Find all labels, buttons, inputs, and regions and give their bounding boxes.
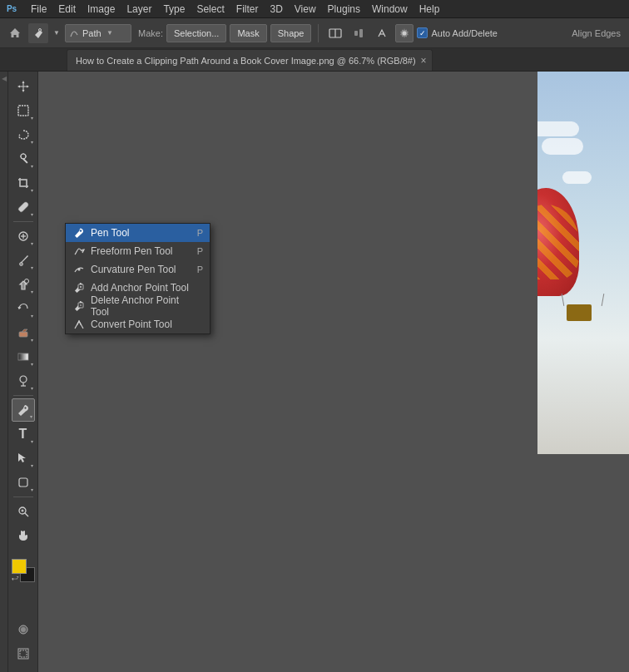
path-transform-icon[interactable] (372, 23, 392, 43)
tool-shape[interactable]: ▾ (12, 471, 35, 494)
tool-path-select[interactable]: ▾ (12, 447, 35, 470)
delete-anchor-icon (72, 299, 86, 313)
tool-quick-mask[interactable] (12, 618, 35, 641)
path-align-left-icon[interactable] (325, 23, 345, 43)
convert-point-label: Convert Point Tool (91, 319, 198, 330)
tab-bar: How to Create a Clipping Path Around a B… (0, 48, 629, 72)
color-swatches[interactable]: ⮐ (12, 559, 35, 582)
auto-add-delete-control[interactable]: ✓ Auto Add/Delete (417, 27, 498, 38)
tool-marquee[interactable]: ▾ (12, 99, 35, 122)
flyout-pen-tool[interactable]: Pen Tool P (66, 224, 210, 242)
tool-type[interactable]: T ▾ (12, 422, 35, 446)
path-distribute-icon[interactable] (349, 23, 369, 43)
freeform-pen-label: Freeform Pen Tool (91, 245, 192, 257)
panel-collapse-strip[interactable]: ◀ (0, 72, 8, 672)
main-area: ◀ ▾ ▾ (0, 72, 629, 672)
tool-crop[interactable]: ▾ (12, 171, 35, 195)
tool-move[interactable] (12, 75, 35, 98)
svg-point-21 (20, 376, 27, 383)
tool-separator-3 (13, 497, 33, 497)
tool-eyedropper[interactable]: ▾ (12, 195, 35, 219)
auto-add-delete-checkbox[interactable]: ✓ (417, 27, 428, 38)
freeform-pen-icon (72, 245, 86, 258)
pen-tool-flyout-menu: Pen Tool P Freeform Pen Tool P Curvatu (65, 223, 210, 334)
tool-gradient[interactable]: ▾ (12, 345, 35, 368)
align-edges-label: Align Edges (568, 27, 624, 40)
tool-heal[interactable]: ▾ (12, 225, 35, 248)
menu-window[interactable]: Window (366, 2, 414, 17)
reset-colors-icon[interactable]: ⮐ (12, 574, 19, 582)
mask-button[interactable]: Mask (230, 24, 266, 42)
add-anchor-label: Add Anchor Point Tool (91, 282, 198, 294)
add-anchor-icon (72, 281, 86, 294)
settings-gear-button[interactable] (395, 24, 414, 42)
svg-rect-6 (18, 106, 28, 116)
tool-hand[interactable] (12, 524, 35, 547)
pen-tool-shortcut: P (197, 228, 203, 238)
menu-select[interactable]: Select (191, 2, 230, 17)
pen-tool-dropdown-arrow[interactable]: ▼ (52, 23, 62, 43)
svg-rect-13 (20, 180, 27, 186)
svg-line-27 (25, 513, 28, 516)
make-label: Make: (138, 28, 163, 38)
path-mode-dropdown[interactable]: Path ▼ (65, 24, 131, 42)
menu-file[interactable]: File (25, 2, 52, 17)
pen-tool-label: Pen Tool (91, 227, 192, 239)
tool-brush[interactable]: ▾ (12, 249, 35, 272)
app-logo: Ps (3, 1, 20, 17)
toolbar-sep-1 (318, 24, 319, 42)
svg-point-17 (19, 263, 22, 266)
left-toolbar: ▾ ▾ ▾ (8, 72, 38, 672)
curvature-pen-shortcut: P (197, 264, 203, 274)
menu-filter[interactable]: Filter (230, 2, 265, 17)
tool-frame[interactable] (12, 642, 35, 665)
menu-image[interactable]: Image (82, 2, 121, 17)
tool-zoom[interactable] (12, 500, 35, 523)
pen-tool-options-icon (28, 23, 48, 43)
pen-tool-icon (72, 226, 86, 240)
tool-pen[interactable]: ▾ (12, 398, 35, 422)
tool-history-brush[interactable]: ▾ (12, 297, 35, 320)
menu-layer[interactable]: Layer (121, 2, 157, 17)
tool-clone-stamp[interactable]: ▾ (12, 273, 35, 296)
document-image (537, 72, 629, 454)
foreground-color-swatch[interactable] (12, 559, 27, 574)
menu-help[interactable]: Help (414, 2, 446, 17)
menu-edit[interactable]: Edit (52, 2, 82, 17)
flyout-convert-point[interactable]: Convert Point Tool (66, 315, 210, 334)
svg-rect-25 (19, 478, 27, 487)
svg-point-24 (24, 407, 27, 409)
tool-separator-2 (13, 395, 33, 396)
tool-eraser[interactable]: ▾ (12, 321, 35, 344)
curvature-pen-icon (72, 263, 86, 276)
svg-point-18 (24, 279, 28, 284)
menu-bar: Ps File Edit Image Layer Type Select Fil… (0, 0, 629, 18)
canvas-area[interactable] (38, 72, 629, 672)
options-toolbar: ▼ Path ▼ Make: Selection... Mask Shape (0, 18, 629, 48)
svg-point-0 (39, 28, 42, 31)
tab-title: How to Create a Clipping Path Around a B… (76, 56, 416, 66)
shape-button[interactable]: Shape (270, 24, 312, 42)
flyout-curvature-pen[interactable]: Curvature Pen Tool P (66, 260, 210, 279)
tool-lasso[interactable]: ▾ (12, 123, 35, 146)
selection-button[interactable]: Selection... (166, 24, 226, 42)
menu-type[interactable]: Type (157, 2, 191, 17)
flyout-freeform-pen[interactable]: Freeform Pen Tool P (66, 242, 210, 260)
auto-add-delete-label: Auto Add/Delete (431, 28, 498, 38)
svg-rect-20 (18, 353, 28, 360)
convert-point-icon (72, 318, 86, 331)
home-button[interactable] (5, 23, 25, 43)
path-dropdown-chevron: ▼ (106, 29, 127, 37)
menu-3d[interactable]: 3D (264, 2, 288, 17)
menu-view[interactable]: View (289, 2, 322, 17)
menu-plugins[interactable]: Plugins (322, 2, 366, 17)
svg-point-34 (80, 230, 82, 231)
tool-magic-wand[interactable]: ▾ (12, 147, 35, 170)
svg-point-8 (21, 154, 26, 159)
flyout-delete-anchor[interactable]: Delete Anchor Point Tool (66, 297, 210, 315)
delete-anchor-label: Delete Anchor Point Tool (91, 294, 198, 318)
svg-rect-33 (20, 650, 27, 657)
document-tab[interactable]: How to Create a Clipping Path Around a B… (67, 49, 433, 71)
tab-close-button[interactable]: × (421, 55, 427, 67)
tool-dodge[interactable]: ▾ (12, 369, 35, 393)
